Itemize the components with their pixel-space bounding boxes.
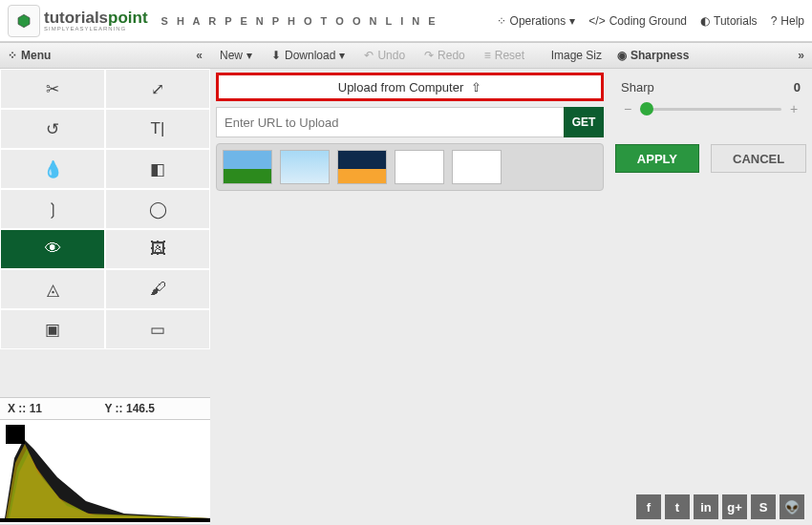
page-title: S H A R P E N P H O T O O N L I N E bbox=[161, 15, 438, 27]
nav-help[interactable]: ?Help bbox=[771, 14, 804, 28]
cancel-button[interactable]: CANCEL bbox=[711, 144, 806, 173]
nav-tutorials-label: Tutorials bbox=[714, 14, 758, 28]
nav-help-label: Help bbox=[780, 14, 804, 28]
tool-expand-icon[interactable]: ⤢ bbox=[105, 69, 210, 109]
sample-thumb-3[interactable] bbox=[395, 150, 444, 184]
top-nav: ⁘Operations▾ </>Coding Ground ◐Tutorials… bbox=[497, 14, 804, 28]
sharp-label: Sharp bbox=[621, 80, 654, 94]
code-icon: </> bbox=[588, 14, 605, 28]
collapse-right-icon[interactable]: » bbox=[798, 49, 804, 62]
sitemap-icon: ⁘ bbox=[497, 14, 506, 28]
url-upload-row: GET bbox=[216, 107, 604, 137]
sample-thumb-2[interactable] bbox=[337, 150, 387, 184]
nav-coding[interactable]: </>Coding Ground bbox=[588, 14, 687, 28]
get-button[interactable]: GET bbox=[564, 107, 604, 137]
right-panel-header: ◉ Sharpness » bbox=[609, 42, 812, 69]
caret-down-icon: ▾ bbox=[246, 49, 252, 62]
tool-eye-icon[interactable]: 👁 bbox=[0, 229, 105, 269]
tb-download[interactable]: ⬇Download▾ bbox=[262, 49, 354, 62]
upload-from-computer-button[interactable]: Upload from Computer ⇧ bbox=[216, 73, 604, 101]
tool-undo-rotate-icon[interactable]: ↺ bbox=[0, 109, 105, 149]
tb-new[interactable]: New▾ bbox=[210, 49, 262, 62]
tool-circle-icon[interactable]: ◯ bbox=[105, 189, 210, 229]
tb-new-label: New bbox=[220, 49, 243, 62]
coord-x-value: 11 bbox=[30, 402, 42, 415]
tb-redo[interactable]: ↷Redo bbox=[415, 49, 475, 62]
sample-thumb-4[interactable] bbox=[452, 150, 502, 184]
social-twitter[interactable]: t bbox=[665, 494, 690, 519]
tb-undo[interactable]: ↶Undo bbox=[354, 49, 415, 62]
brand-logo-icon bbox=[8, 5, 40, 37]
reset-icon: ≡ bbox=[484, 49, 491, 62]
sharpness-controls: Sharp 0 − + APPLY CANCEL bbox=[609, 69, 812, 180]
color-swatch[interactable] bbox=[6, 425, 25, 444]
apply-button[interactable]: APPLY bbox=[615, 144, 699, 173]
tb-undo-label: Undo bbox=[377, 49, 405, 62]
tb-redo-label: Redo bbox=[438, 49, 465, 62]
nav-operations[interactable]: ⁘Operations▾ bbox=[497, 14, 576, 28]
tool-artboard-icon[interactable]: ▣ bbox=[0, 309, 105, 349]
social-stumble[interactable]: S bbox=[751, 494, 776, 519]
coord-readout: X :: 11 Y :: 146.5 bbox=[0, 397, 210, 420]
brand-word-b: point bbox=[108, 9, 148, 27]
svg-rect-1 bbox=[0, 518, 210, 522]
nav-tutorials[interactable]: ◐Tutorials bbox=[700, 14, 758, 28]
tool-image-icon[interactable]: 🖼 bbox=[105, 229, 210, 269]
nav-coding-label: Coding Ground bbox=[609, 14, 687, 28]
right-panel-title: Sharpness bbox=[630, 49, 689, 62]
coord-y-label: Y :: bbox=[105, 402, 123, 415]
coord-y-value: 146.5 bbox=[126, 402, 155, 415]
tool-gradient-icon[interactable]: ◧ bbox=[105, 149, 210, 189]
tb-reset-label: Reset bbox=[495, 49, 524, 62]
tool-canvas-icon[interactable]: ▭ bbox=[105, 309, 210, 349]
globe-icon: ◐ bbox=[700, 14, 710, 28]
svg-marker-0 bbox=[18, 14, 30, 27]
brand-word-a: tutorials bbox=[44, 9, 108, 27]
social-facebook[interactable]: f bbox=[636, 494, 661, 519]
tb-reset[interactable]: ≡Reset bbox=[475, 49, 534, 62]
tool-shadow-icon[interactable]: ❳ bbox=[0, 189, 105, 229]
upload-icon: ⇧ bbox=[471, 80, 481, 94]
slider-minus-icon[interactable]: − bbox=[621, 102, 634, 116]
hex-icon bbox=[16, 13, 32, 29]
tool-text-icon[interactable]: T| bbox=[105, 109, 210, 149]
histogram-chart bbox=[0, 420, 210, 525]
global-header: tutorialspoint SIMPLYEASYLEARNING S H A … bbox=[0, 0, 812, 42]
social-gplus[interactable]: g+ bbox=[722, 494, 747, 519]
histogram-panel bbox=[0, 420, 210, 525]
tool-drop-icon[interactable]: 💧 bbox=[0, 149, 105, 189]
caret-down-icon: ▾ bbox=[569, 14, 575, 28]
editor-toolbar: New▾ ⬇Download▾ ↶Undo ↷Redo ≡Reset Image… bbox=[210, 42, 609, 69]
slider-knob[interactable] bbox=[640, 102, 653, 116]
social-reddit[interactable]: 👽 bbox=[780, 494, 804, 519]
nav-operations-label: Operations bbox=[510, 14, 566, 28]
tool-select-icon[interactable]: ◬ bbox=[0, 269, 105, 309]
tb-download-label: Download bbox=[285, 49, 335, 62]
eye-icon: ◉ bbox=[617, 49, 627, 62]
tool-grid: ✂⤢↺T|💧◧❳◯👁🖼◬🖌▣▭ bbox=[0, 69, 210, 397]
tool-crop-icon[interactable]: ✂ bbox=[0, 69, 105, 109]
sample-thumb-1[interactable] bbox=[280, 150, 330, 184]
left-panel: ⁘ Menu « ✂⤢↺T|💧◧❳◯👁🖼◬🖌▣▭ X :: 11 Y :: 14… bbox=[0, 42, 210, 525]
left-panel-header: ⁘ Menu « bbox=[0, 42, 210, 69]
url-input[interactable] bbox=[216, 107, 564, 137]
social-linkedin[interactable]: in bbox=[694, 494, 718, 519]
caret-down-icon: ▾ bbox=[339, 49, 345, 62]
editor-panel: New▾ ⬇Download▾ ↶Undo ↷Redo ≡Reset Image… bbox=[210, 42, 609, 525]
brand[interactable]: tutorialspoint SIMPLYEASYLEARNING bbox=[8, 5, 148, 37]
collapse-left-icon[interactable]: « bbox=[196, 49, 203, 62]
right-panel: ◉ Sharpness » Sharp 0 − + APPLY CANCEL bbox=[609, 42, 812, 525]
sample-thumb-0[interactable] bbox=[223, 150, 272, 184]
help-icon: ? bbox=[771, 14, 778, 28]
sitemap-icon: ⁘ bbox=[8, 49, 17, 62]
tool-brush-icon[interactable]: 🖌 bbox=[105, 269, 210, 309]
undo-icon: ↶ bbox=[364, 49, 374, 62]
upload-label: Upload from Computer bbox=[338, 80, 464, 94]
slider-plus-icon[interactable]: + bbox=[787, 102, 801, 116]
sample-thumbs bbox=[216, 143, 604, 191]
sharp-slider[interactable] bbox=[640, 108, 781, 111]
download-icon: ⬇ bbox=[271, 49, 281, 62]
coord-x-label: X :: bbox=[8, 402, 26, 415]
brand-text: tutorialspoint SIMPLYEASYLEARNING bbox=[44, 10, 148, 32]
tb-image-size[interactable]: Image Siz bbox=[542, 49, 609, 62]
